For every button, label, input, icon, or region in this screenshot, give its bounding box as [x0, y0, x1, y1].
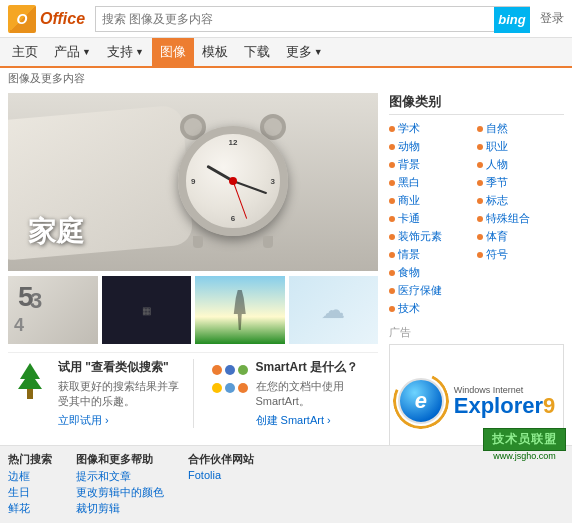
feature2-desc: 在您的文档中使用 SmartArt。: [256, 379, 379, 410]
cat-label: 情景: [398, 247, 420, 262]
cat-item-business[interactable]: 商业: [389, 192, 477, 209]
cat-item-tech[interactable]: 技术: [389, 300, 564, 317]
cat-dot: [477, 162, 483, 168]
nav-item-download[interactable]: 下载: [236, 38, 278, 66]
cat-item-academic[interactable]: 学术: [389, 120, 477, 137]
footer-link-flowers[interactable]: 鲜花: [8, 501, 52, 516]
sa-dot-6: [238, 383, 248, 393]
search-box: bing: [95, 6, 530, 32]
sa-dot-4: [212, 383, 222, 393]
footer-link-tips[interactable]: 提示和文章: [76, 469, 164, 484]
cat-item-special[interactable]: 特殊组合: [477, 210, 565, 227]
nav-item-support[interactable]: 支持 ▼: [99, 38, 152, 66]
cat-dot: [477, 252, 483, 258]
login-button[interactable]: 登录: [540, 10, 564, 27]
cat-label: 特殊组合: [486, 211, 530, 226]
cat-label: 人物: [486, 157, 508, 172]
cat-item-symbol[interactable]: 符号: [477, 246, 565, 263]
nav-item-home[interactable]: 主页: [4, 38, 46, 66]
cat-item-profession[interactable]: 职业: [477, 138, 565, 155]
cat-label: 装饰元素: [398, 229, 442, 244]
cat-label: 体育: [486, 229, 508, 244]
footer-col1-title: 热门搜索: [8, 452, 52, 467]
ie-brand-text: Windows Internet Explorer9: [454, 385, 556, 417]
cat-item-season[interactable]: 季节: [477, 174, 565, 191]
cat-label: 技术: [398, 301, 420, 316]
cat-dot: [389, 162, 395, 168]
cat-label: 商业: [398, 193, 420, 208]
footer-link-fotolia[interactable]: Fotolia: [188, 469, 254, 481]
thumbnail-2[interactable]: ▦: [102, 276, 192, 344]
bing-label: bing: [498, 12, 525, 27]
cat-dot: [389, 144, 395, 150]
cat-dot: [389, 198, 395, 204]
feature2-text: SmartArt 是什么？ 在您的文档中使用 SmartArt。 创建 Smar…: [256, 359, 379, 428]
footer-link-border[interactable]: 边框: [8, 469, 52, 484]
thumbnail-1[interactable]: 5 4 3: [8, 276, 98, 344]
cat-dot: [389, 306, 395, 312]
cat-label: 医疗保健: [398, 283, 442, 298]
thumbnail-row: 5 4 3 ▦ ☁: [8, 276, 378, 344]
thumbnail-3[interactable]: [195, 276, 285, 344]
cat-dot: [389, 234, 395, 240]
cat-empty: [477, 264, 565, 281]
clock-image: 12 3 6 9: [168, 101, 298, 261]
sa-dot-1: [212, 365, 222, 375]
cat-item-logo[interactable]: 标志: [477, 192, 565, 209]
breadcrumb: 图像及更多内容: [0, 68, 572, 89]
features-row: 试用 "试用 "查看类似搜索"查看类似搜索" 获取更好的搜索结果并享受其中的乐趣…: [8, 352, 378, 436]
feature-similar-search: 试用 "试用 "查看类似搜索"查看类似搜索" 获取更好的搜索结果并享受其中的乐趣…: [8, 359, 181, 428]
footer-col3-title: 合作伙伴网站: [188, 452, 254, 467]
cat-item-bw[interactable]: 黑白: [389, 174, 477, 191]
footer-link-color[interactable]: 更改剪辑中的颜色: [76, 485, 164, 500]
footer-link-birthday[interactable]: 生日: [8, 485, 52, 500]
thumb-number-mid: 3: [30, 288, 42, 314]
nav-item-images[interactable]: 图像: [152, 38, 194, 66]
footer-link-crop[interactable]: 裁切剪辑: [76, 501, 164, 516]
cat-label: 黑白: [398, 175, 420, 190]
cat-item-medical[interactable]: 医疗保健: [389, 282, 564, 299]
feature-divider: [193, 359, 194, 428]
sa-dot-2: [225, 365, 235, 375]
cat-item-background[interactable]: 背景: [389, 156, 477, 173]
cat-dot: [389, 252, 395, 258]
cat-dot: [477, 126, 483, 132]
cat-item-cartoon[interactable]: 卡通: [389, 210, 477, 227]
cat-item-scenario[interactable]: 情景: [389, 246, 477, 263]
cat-dot: [477, 180, 483, 186]
ie-logo-row: e Windows Internet Explorer9: [398, 378, 556, 424]
chevron-down-icon: ▼: [135, 47, 144, 57]
watermark-overlay: 技术员联盟 www.jsgho.com: [483, 428, 566, 461]
cat-item-nature[interactable]: 自然: [477, 120, 565, 137]
footer-col-hot: 热门搜索 边框 生日 鲜花: [8, 452, 52, 517]
svg-rect-0: [27, 389, 33, 399]
feature1-link[interactable]: 立即试用 ›: [58, 414, 109, 426]
logo-text: Office: [40, 10, 85, 28]
clock-feet: [193, 236, 203, 248]
search-input[interactable]: [96, 7, 494, 31]
cat-label: 学术: [398, 121, 420, 136]
left-content: 12 3 6 9: [8, 93, 381, 462]
tree-svg: [10, 361, 50, 401]
cat-item-animals[interactable]: 动物: [389, 138, 477, 155]
nav-item-more[interactable]: 更多 ▼: [278, 38, 331, 66]
thumbnail-4[interactable]: ☁: [289, 276, 379, 344]
nav-item-templates[interactable]: 模板: [194, 38, 236, 66]
header: O Office bing 登录: [0, 0, 572, 38]
cat-dot: [477, 216, 483, 222]
cat-dot: [389, 216, 395, 222]
cat-item-people[interactable]: 人物: [477, 156, 565, 173]
tree-icon: [8, 359, 52, 403]
search-button[interactable]: bing: [494, 7, 530, 33]
cat-dot: [477, 234, 483, 240]
footer-col-help: 图像和更多帮助 提示和文章 更改剪辑中的颜色 裁切剪辑: [76, 452, 164, 517]
cat-item-sport[interactable]: 体育: [477, 228, 565, 245]
thumb-number-sm: 4: [14, 315, 24, 336]
feature2-link[interactable]: 创建 SmartArt ›: [256, 414, 331, 426]
cat-dot: [389, 180, 395, 186]
chevron-down-icon: ▼: [82, 47, 91, 57]
hero-label: 家庭: [28, 213, 84, 251]
cat-item-food[interactable]: 食物: [389, 264, 477, 281]
nav-item-products[interactable]: 产品 ▼: [46, 38, 99, 66]
cat-item-decoration[interactable]: 装饰元素: [389, 228, 477, 245]
